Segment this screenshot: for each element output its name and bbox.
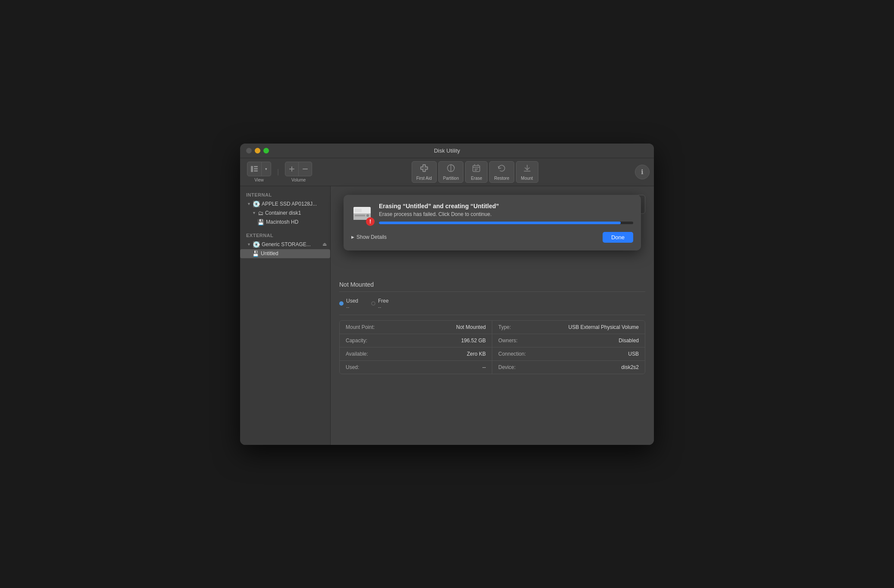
partition-icon	[446, 163, 456, 175]
view-label: View	[254, 178, 264, 182]
show-details-label: Show Details	[356, 234, 387, 240]
erase-dialog-title: Erasing “Untitled” and creating “Untitle…	[379, 203, 633, 210]
chevron-icon-3: ▼	[247, 242, 251, 247]
owners-value: Disabled	[619, 338, 639, 344]
view-dropdown-icon[interactable]: ▾	[262, 162, 271, 176]
erase-dialog-footer: ▶ Show Details Done	[351, 232, 633, 243]
connection-value: USB	[628, 351, 639, 357]
progress-bar-fill	[379, 222, 621, 224]
sidebar-item-generic-storage[interactable]: ▼ 💽 Generic STORAGE... ⏏	[240, 240, 330, 249]
close-button[interactable]	[246, 148, 252, 153]
sidebar-item-container-disk1[interactable]: ▼ 🗂 Container disk1	[240, 209, 330, 218]
free-value: --	[378, 304, 389, 310]
disk-icon: 💽	[253, 200, 260, 207]
used-usage-item: Used --	[339, 298, 358, 310]
connection-cell: Connection: USB	[492, 347, 645, 361]
capacity-label: Capacity:	[346, 338, 367, 344]
error-badge: !	[366, 217, 375, 226]
internal-section-label: Internal	[240, 191, 330, 199]
device-cell: Device: disk2s2	[492, 361, 645, 374]
available-value: Zero KB	[467, 351, 486, 357]
type-cell: Type: USB External Physical Volume	[492, 321, 645, 334]
chevron-icon: ▼	[247, 202, 251, 206]
svg-rect-10	[423, 165, 425, 171]
volume-control[interactable]: Volume	[282, 161, 315, 183]
available-cell: Available: Zero KB	[340, 347, 492, 361]
erase-text-block: Erasing “Untitled” and creating “Untitle…	[379, 203, 633, 224]
mount-button[interactable]: Mount	[516, 161, 538, 183]
container-icon: 🗂	[258, 210, 263, 216]
restore-button[interactable]: Restore	[489, 161, 514, 183]
mount-icon	[522, 163, 532, 175]
view-sidebar-icon[interactable]	[247, 162, 262, 176]
erase-dialog-header: ! Erasing “Untitled” and creating “Untit…	[351, 203, 633, 226]
device-value: disk2s2	[621, 364, 639, 370]
svg-rect-3	[254, 170, 258, 172]
mount-point-value: Not Mounted	[456, 324, 486, 330]
mount-label: Mount	[521, 176, 533, 181]
disk-utility-window: Disk Utility ▾ View |	[240, 144, 654, 445]
mount-point-label: Mount Point:	[346, 324, 375, 330]
sidebar-label-apple-ssd: APPLE SSD AP0128J...	[262, 201, 317, 207]
view-control[interactable]: ▾ View	[244, 161, 274, 183]
sidebar-item-untitled[interactable]: 💾 Untitled	[240, 249, 330, 258]
capacity-value: 196.52 GB	[461, 338, 486, 344]
available-label: Available:	[346, 351, 368, 357]
used-label: Used	[346, 298, 358, 304]
erase-label: Erase	[471, 176, 482, 181]
add-volume-icon[interactable]	[285, 162, 299, 176]
remove-volume-icon[interactable]	[299, 162, 312, 176]
sidebar-label-generic-storage: Generic STORAGE...	[262, 241, 321, 247]
toolbar: ▾ View | Volume	[240, 158, 654, 186]
chevron-icon-2: ▼	[252, 211, 256, 215]
main-content: Internal ▼ 💽 APPLE SSD AP0128J... ▼ 🗂 Co…	[240, 186, 654, 445]
erase-icon	[472, 163, 481, 175]
usage-row: Used -- Free --	[339, 298, 645, 310]
erase-button[interactable]: Erase	[465, 161, 488, 183]
partition-label: Partition	[443, 176, 459, 181]
eject-icon[interactable]: ⏏	[322, 241, 327, 247]
info-button[interactable]: ℹ	[635, 165, 650, 179]
progress-bar-track	[379, 222, 633, 224]
used-info-label: Used:	[346, 364, 359, 370]
used-value: --	[346, 304, 358, 310]
used-info-value: --	[482, 364, 486, 370]
sidebar-label-untitled: Untitled	[261, 250, 278, 256]
not-mounted-label: Not Mounted	[339, 281, 645, 292]
show-details-chevron-icon: ▶	[351, 235, 354, 239]
minimize-button[interactable]	[255, 148, 260, 153]
info-grid: Mount Point: Not Mounted Type: USB Exter…	[339, 320, 645, 374]
show-details-button[interactable]: ▶ Show Details	[351, 234, 387, 240]
mount-point-cell: Mount Point: Not Mounted	[340, 321, 492, 334]
connection-label: Connection:	[498, 351, 526, 357]
type-label: Type:	[498, 324, 511, 330]
volume-icon: 💾	[257, 219, 264, 225]
sidebar-item-apple-ssd[interactable]: ▼ 💽 APPLE SSD AP0128J...	[240, 199, 330, 209]
window-title: Disk Utility	[434, 147, 460, 154]
restore-icon	[497, 163, 506, 175]
partition-button[interactable]: Partition	[438, 161, 464, 183]
svg-rect-26	[355, 209, 362, 212]
detail-pane: 196.52 GB	[331, 186, 654, 445]
maximize-button[interactable]	[263, 148, 269, 153]
svg-point-25	[366, 214, 369, 217]
svg-rect-2	[254, 168, 258, 169]
type-value: USB External Physical Volume	[569, 324, 639, 330]
separator	[339, 315, 645, 315]
free-label: Free	[378, 298, 389, 304]
free-dot	[371, 301, 375, 306]
erase-dialog-subtitle: Erase process has failed. Click Done to …	[379, 211, 633, 217]
external-section-label: External	[240, 231, 330, 240]
volume-label: Volume	[291, 178, 306, 182]
done-button[interactable]: Done	[603, 232, 633, 243]
sidebar-item-macintosh-hd[interactable]: 💾 Macintosh HD	[240, 218, 330, 227]
used-info-cell: Used: --	[340, 361, 492, 374]
first-aid-icon	[419, 163, 429, 175]
svg-rect-13	[473, 166, 480, 172]
first-aid-button[interactable]: First Aid	[412, 161, 437, 183]
first-aid-label: First Aid	[416, 176, 432, 181]
erase-dialog: ! Erasing “Untitled” and creating “Untit…	[344, 195, 641, 250]
svg-rect-24	[355, 215, 365, 216]
chevron-down-icon: ▾	[265, 167, 267, 171]
capacity-cell: Capacity: 196.52 GB	[340, 334, 492, 347]
